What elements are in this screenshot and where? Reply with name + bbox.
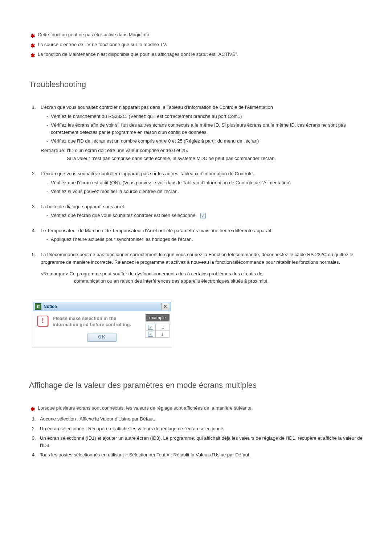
remarque: Remarque: l'ID d'un écran doit être une … (41, 147, 363, 154)
remarque-label: Remarque: (41, 148, 66, 153)
dash-icon: - (46, 212, 48, 219)
list-item: 4. Tous les postes sélectionnés en utili… (29, 451, 363, 459)
sub-item: -Vérifiez que l'écran est actif (ON). (V… (46, 179, 363, 186)
item-number: 5. (32, 251, 36, 258)
alert-icon: ! (37, 316, 48, 327)
document-page: ✱ Cette fonction peut ne pas être active… (0, 0, 392, 483)
example-label: example (146, 314, 170, 321)
example-panel: example ✓ ID ✓ 1 (146, 314, 170, 338)
list-item: 2. Un écran sélectionné : Récupère et af… (29, 425, 363, 432)
notice-dialog: ◧ Notice ✕ ! Please make selection in th… (32, 301, 172, 348)
sub-list: -Appliquez l'heure actuelle pour synchro… (41, 236, 363, 243)
dash-icon: - (46, 236, 48, 243)
example-table: ✓ ID ✓ 1 (146, 324, 170, 338)
sub-list: -Vérifiez que l'écran est actif (ON). (V… (41, 179, 363, 195)
list-item: 3. Un écran sélectionné (ID1) et ajouter… (29, 435, 363, 449)
item-number: 3. (32, 203, 36, 210)
table-row: ✓ 1 (146, 331, 170, 337)
multiscreen-heading: Affichage de la valeur des paramètres en… (29, 381, 363, 390)
sub-item: -Vérifiez le branchement du RS232C. (Vér… (46, 113, 363, 120)
list-item: 1. Aucune sélection : Affiche la Valeur … (29, 415, 363, 423)
close-icon[interactable]: ✕ (161, 303, 169, 310)
sub-text: Appliquez l'heure actuelle pour synchron… (51, 237, 193, 242)
remarque-block-cont: communication ou en raison des interfére… (41, 278, 363, 285)
trouble-item: 1. L'écran que vous souhaitez contrôler … (29, 104, 363, 162)
trouble-item: 3. La boite de dialogue apparaît sans ar… (29, 203, 363, 219)
item-text: Aucune sélection : Affiche la Valeur d'U… (40, 416, 155, 422)
note-text: La fonction de Maintenance n'est disponi… (38, 52, 238, 57)
sub-item: -Vérifiez si vous pouvez modifier la sou… (46, 188, 363, 195)
remarque-text: l'ID d'un écran doit être une valeur com… (67, 148, 188, 153)
note-item: ✱ Lorsque plusieurs écrans sont connecté… (29, 405, 363, 412)
star-icon: ✱ (30, 41, 35, 50)
table-cell: ✓ (146, 331, 156, 337)
sub-text: Vérifiez le branchement du RS232C. (Véri… (51, 114, 242, 119)
item-text: Le Temporisateur de Marche et le Tempori… (41, 228, 273, 233)
sub-list: - Vérifiez que l'écran que vous souhaite… (41, 212, 363, 219)
item-number: 1. (32, 104, 36, 111)
sub-text: Vérifiez si vous pouvez modifier la sour… (51, 189, 179, 194)
remarque-block: <Remarque> Ce programme peut souffrir de… (41, 270, 363, 278)
dash-icon: - (46, 138, 48, 145)
dialog-title: Notice (44, 304, 161, 309)
note-text: La source d'entrée de TV ne fonctionne q… (38, 42, 167, 47)
item-text: Tous les postes sélectionnés en utilisan… (40, 452, 250, 457)
dash-icon: - (46, 179, 48, 186)
table-header-cell: ID (156, 324, 170, 331)
sub-text: Vérifiez les écrans afin de voir si' l'u… (51, 122, 346, 135)
item-text: Un écran sélectionné : Récupère et affic… (40, 426, 225, 431)
remarque-cont: Si la valeur n'est pas comprise dans cet… (41, 155, 363, 162)
sub-item: -Appliquez l'heure actuelle pour synchro… (46, 236, 363, 243)
item-text: La boite de dialogue apparaît sans arrêt… (41, 204, 125, 209)
item-text: L'écran que vous souhaitez contrôler n'a… (41, 104, 273, 110)
dash-icon: - (46, 113, 48, 120)
item-number: 4. (32, 451, 36, 459)
item-text: La télécommande peut ne pas fonctionner … (41, 252, 353, 264)
note-text: Lorsque plusieurs écrans sont connectés,… (38, 405, 253, 411)
table-cell: ✓ (146, 324, 156, 331)
top-notes-list: ✱ Cette fonction peut ne pas être active… (29, 31, 363, 58)
trouble-item: 4. Le Temporisateur de Marche et le Temp… (29, 227, 363, 243)
checkbox-icon[interactable]: ✓ (148, 325, 153, 330)
trouble-item: 2. L'écran que vous souhaitez contrôler … (29, 170, 363, 195)
table-row: ✓ ID (146, 324, 170, 331)
table-cell: 1 (156, 331, 170, 337)
note-item: ✱ La source d'entrée de TV ne fonctionne… (29, 41, 363, 49)
ok-button[interactable]: OK (87, 333, 117, 342)
app-icon: ◧ (35, 303, 41, 310)
item-number: 2. (32, 425, 36, 432)
star-icon: ✱ (30, 51, 35, 60)
dash-icon: - (46, 122, 48, 129)
item-text: L'écran que vous souhaitez contrôler n'a… (41, 171, 254, 176)
star-icon: ✱ (30, 32, 35, 40)
troubleshooting-heading: Troubleshooting (29, 80, 363, 89)
dash-icon: - (46, 188, 48, 195)
item-number: 2. (32, 170, 36, 177)
trouble-item: 5. La télécommande peut ne pas fonctionn… (29, 251, 363, 285)
sub-item: -Vérifiez les écrans afin de voir si' l'… (46, 122, 363, 136)
dialog-titlebar: ◧ Notice ✕ (33, 302, 171, 311)
troubleshooting-list: 1. L'écran que vous souhaitez contrôler … (29, 104, 363, 285)
note-text: Cette fonction peut ne pas être active d… (38, 32, 151, 37)
item-text: Un écran sélectionné (ID1) et ajouter un… (40, 435, 363, 448)
remarque-block-text: Ce programme peut souffrir de dysfonctio… (70, 271, 263, 276)
remarque-block-label: <Remarque> (41, 271, 68, 276)
note-item: ✱ La fonction de Maintenance n'est dispo… (29, 51, 363, 58)
sub-text: Vérifiez que l'écran que vous souhaitez … (51, 213, 197, 218)
sub-text: Vérifiez que l'ID de l'écran est un nomb… (51, 138, 259, 144)
sub-text: Vérifiez que l'écran est actif (ON). (Vo… (51, 180, 291, 185)
sub-list: -Vérifiez le branchement du RS232C. (Vér… (41, 113, 363, 145)
star-icon: ✱ (30, 405, 35, 414)
note-item: ✱ Cette fonction peut ne pas être active… (29, 31, 363, 39)
item-number: 4. (32, 227, 36, 234)
checkbox-icon: ✓ (200, 213, 206, 218)
sub-item: -Vérifiez que l'ID de l'écran est un nom… (46, 138, 363, 145)
item-number: 1. (32, 415, 36, 423)
checkbox-icon[interactable]: ✓ (148, 332, 153, 337)
sub-item: - Vérifiez que l'écran que vous souhaite… (46, 212, 363, 219)
item-number: 3. (32, 435, 36, 442)
multiscreen-list: 1. Aucune sélection : Affiche la Valeur … (29, 415, 363, 459)
